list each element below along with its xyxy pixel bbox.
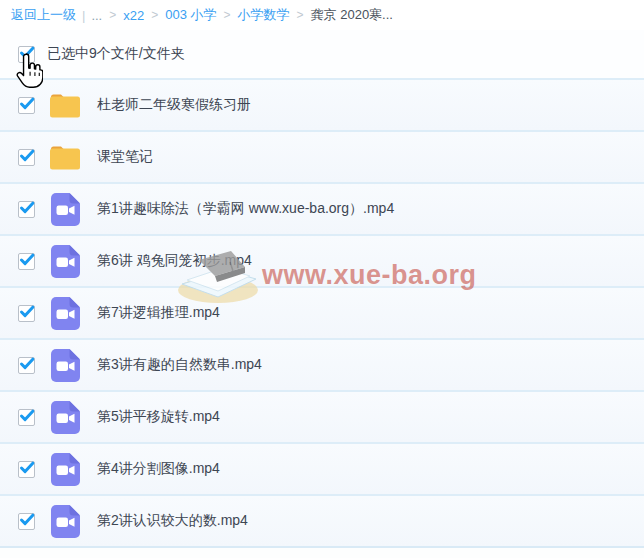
file-name: 杜老师二年级寒假练习册 bbox=[97, 96, 251, 114]
row-checkbox[interactable] bbox=[18, 357, 35, 374]
breadcrumb-item-primary-math[interactable]: 小学数学 bbox=[238, 6, 290, 24]
select-all-checkbox[interactable] bbox=[18, 46, 35, 63]
list-item[interactable]: 第2讲认识较大的数.mp4 bbox=[0, 494, 644, 546]
breadcrumb-current-folder: 龚京 2020寒... bbox=[311, 6, 393, 24]
folder-icon bbox=[49, 92, 81, 119]
breadcrumb-item-x22[interactable]: x22 bbox=[123, 8, 144, 23]
breadcrumb-divider: | bbox=[82, 8, 85, 23]
breadcrumb-back-link[interactable]: 返回上一级 bbox=[11, 6, 76, 24]
checkmark-icon bbox=[18, 303, 36, 321]
checkmark-icon bbox=[18, 95, 36, 113]
bottom-strip bbox=[0, 546, 644, 558]
row-checkbox[interactable] bbox=[18, 513, 35, 530]
checkmark-icon bbox=[18, 355, 36, 373]
folder-icon bbox=[49, 144, 81, 171]
file-name: 第1讲趣味除法（学霸网 www.xue-ba.org）.mp4 bbox=[97, 200, 394, 218]
file-name: 第5讲平移旋转.mp4 bbox=[97, 408, 220, 426]
video-file-icon bbox=[51, 193, 80, 226]
chevron-right-icon: > bbox=[224, 8, 231, 22]
video-file-icon bbox=[51, 401, 80, 434]
chevron-right-icon: > bbox=[151, 8, 158, 22]
file-name: 第2讲认识较大的数.mp4 bbox=[97, 512, 248, 530]
list-item[interactable]: 杜老师二年级寒假练习册 bbox=[0, 78, 644, 130]
file-name: 第3讲有趣的自然数串.mp4 bbox=[97, 356, 262, 374]
checkmark-icon bbox=[18, 459, 36, 477]
row-checkbox[interactable] bbox=[18, 305, 35, 322]
file-manager-screen: 返回上一级 | ... > x22 > 003 小学 > 小学数学 > 龚京 2… bbox=[0, 0, 644, 558]
checkmark-icon bbox=[18, 147, 36, 165]
list-item[interactable]: 第4讲分割图像.mp4 bbox=[0, 442, 644, 494]
row-checkbox[interactable] bbox=[18, 149, 35, 166]
file-name: 第7讲逻辑推理.mp4 bbox=[97, 304, 220, 322]
video-file-icon bbox=[51, 349, 80, 382]
list-item[interactable]: 第1讲趣味除法（学霸网 www.xue-ba.org）.mp4 bbox=[0, 182, 644, 234]
checkmark-icon bbox=[18, 251, 36, 269]
video-file-icon bbox=[51, 453, 80, 486]
row-checkbox[interactable] bbox=[18, 253, 35, 270]
breadcrumb-item-003-primary[interactable]: 003 小学 bbox=[165, 6, 216, 24]
chevron-right-icon: > bbox=[109, 8, 116, 22]
video-file-icon bbox=[51, 505, 80, 538]
chevron-right-icon: > bbox=[297, 8, 304, 22]
list-item[interactable]: 第3讲有趣的自然数串.mp4 bbox=[0, 338, 644, 390]
list-item[interactable]: 课堂笔记 bbox=[0, 130, 644, 182]
checkmark-icon bbox=[18, 199, 36, 217]
list-item[interactable]: 第7讲逻辑推理.mp4 bbox=[0, 286, 644, 338]
row-checkbox[interactable] bbox=[18, 461, 35, 478]
video-file-icon bbox=[51, 245, 80, 278]
checkmark-icon bbox=[18, 44, 36, 62]
list-item[interactable]: 第5讲平移旋转.mp4 bbox=[0, 390, 644, 442]
video-file-icon bbox=[51, 297, 80, 330]
selection-count-label: 已选中9个文件/文件夹 bbox=[47, 45, 185, 63]
row-checkbox[interactable] bbox=[18, 97, 35, 114]
checkmark-icon bbox=[18, 407, 36, 425]
breadcrumb: 返回上一级 | ... > x22 > 003 小学 > 小学数学 > 龚京 2… bbox=[0, 0, 644, 30]
file-name: 第4讲分割图像.mp4 bbox=[97, 460, 220, 478]
row-checkbox[interactable] bbox=[18, 201, 35, 218]
breadcrumb-ellipsis[interactable]: ... bbox=[91, 8, 102, 23]
file-name: 第6讲 鸡兔同笼初步.mp4 bbox=[97, 252, 252, 270]
file-name: 课堂笔记 bbox=[97, 148, 153, 166]
file-list: 杜老师二年级寒假练习册 课堂笔记 bbox=[0, 78, 644, 546]
list-item[interactable]: 第6讲 鸡兔同笼初步.mp4 bbox=[0, 234, 644, 286]
row-checkbox[interactable] bbox=[18, 409, 35, 426]
selection-bar: 已选中9个文件/文件夹 bbox=[0, 30, 644, 78]
checkmark-icon bbox=[18, 511, 36, 529]
